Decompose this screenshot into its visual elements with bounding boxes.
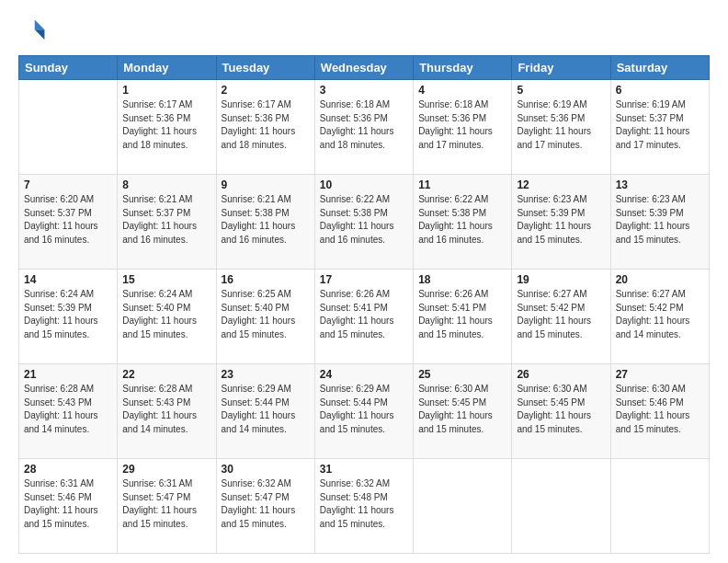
cell-details: Sunrise: 6:20 AM Sunset: 5:37 PM Dayligh…	[24, 193, 112, 247]
cell-details: Sunrise: 6:18 AM Sunset: 5:36 PM Dayligh…	[418, 98, 506, 152]
day-number: 27	[616, 368, 704, 381]
cell-details: Sunrise: 6:17 AM Sunset: 5:36 PM Dayligh…	[122, 98, 210, 152]
logo-icon	[18, 17, 48, 46]
day-number: 20	[616, 273, 704, 286]
cell-details: Sunrise: 6:30 AM Sunset: 5:45 PM Dayligh…	[517, 383, 605, 436]
calendar-cell: 4Sunrise: 6:18 AM Sunset: 5:36 PM Daylig…	[414, 80, 512, 175]
cell-details: Sunrise: 6:27 AM Sunset: 5:42 PM Dayligh…	[517, 288, 605, 341]
cell-details: Sunrise: 6:24 AM Sunset: 5:40 PM Dayligh…	[122, 288, 210, 341]
cell-details: Sunrise: 6:26 AM Sunset: 5:41 PM Dayligh…	[418, 288, 506, 341]
calendar-cell: 2Sunrise: 6:17 AM Sunset: 5:36 PM Daylig…	[216, 80, 314, 175]
calendar-week-1: 1Sunrise: 6:17 AM Sunset: 5:36 PM Daylig…	[19, 80, 710, 175]
day-number: 11	[418, 178, 506, 191]
calendar-cell: 27Sunrise: 6:30 AM Sunset: 5:46 PM Dayli…	[610, 364, 709, 459]
day-number: 10	[320, 178, 408, 191]
calendar-cell: 29Sunrise: 6:31 AM Sunset: 5:47 PM Dayli…	[118, 459, 216, 554]
day-number: 26	[517, 368, 605, 381]
calendar-cell	[610, 459, 709, 554]
cell-details: Sunrise: 6:22 AM Sunset: 5:38 PM Dayligh…	[320, 193, 408, 247]
cell-details: Sunrise: 6:29 AM Sunset: 5:44 PM Dayligh…	[320, 383, 408, 436]
day-number: 12	[517, 178, 605, 191]
calendar-cell: 6Sunrise: 6:19 AM Sunset: 5:37 PM Daylig…	[610, 80, 709, 175]
calendar-cell: 15Sunrise: 6:24 AM Sunset: 5:40 PM Dayli…	[118, 270, 216, 364]
cell-details: Sunrise: 6:30 AM Sunset: 5:45 PM Dayligh…	[418, 383, 506, 436]
header	[18, 17, 710, 46]
calendar-cell: 23Sunrise: 6:29 AM Sunset: 5:44 PM Dayli…	[216, 364, 314, 459]
day-number: 19	[517, 273, 605, 286]
calendar-cell: 28Sunrise: 6:31 AM Sunset: 5:46 PM Dayli…	[19, 459, 118, 554]
calendar-cell: 20Sunrise: 6:27 AM Sunset: 5:42 PM Dayli…	[610, 270, 709, 364]
day-number: 22	[122, 368, 210, 381]
calendar-cell: 24Sunrise: 6:29 AM Sunset: 5:44 PM Dayli…	[314, 364, 413, 459]
calendar-cell: 19Sunrise: 6:27 AM Sunset: 5:42 PM Dayli…	[512, 270, 610, 364]
calendar-week-4: 21Sunrise: 6:28 AM Sunset: 5:43 PM Dayli…	[19, 364, 710, 459]
day-number: 5	[517, 84, 605, 97]
calendar-cell: 3Sunrise: 6:18 AM Sunset: 5:36 PM Daylig…	[314, 80, 413, 175]
day-number: 2	[222, 84, 310, 97]
day-number: 6	[616, 84, 704, 97]
calendar-cell: 31Sunrise: 6:32 AM Sunset: 5:48 PM Dayli…	[314, 459, 413, 554]
cell-details: Sunrise: 6:24 AM Sunset: 5:39 PM Dayligh…	[24, 288, 112, 341]
calendar-cell: 5Sunrise: 6:19 AM Sunset: 5:36 PM Daylig…	[512, 80, 610, 175]
cell-details: Sunrise: 6:28 AM Sunset: 5:43 PM Dayligh…	[24, 383, 112, 436]
cell-details: Sunrise: 6:26 AM Sunset: 5:41 PM Dayligh…	[320, 288, 408, 341]
cell-details: Sunrise: 6:21 AM Sunset: 5:37 PM Dayligh…	[122, 193, 210, 247]
calendar-header: SundayMondayTuesdayWednesdayThursdayFrid…	[19, 56, 710, 80]
cell-details: Sunrise: 6:22 AM Sunset: 5:38 PM Dayligh…	[418, 193, 506, 247]
calendar-cell: 25Sunrise: 6:30 AM Sunset: 5:45 PM Dayli…	[414, 364, 512, 459]
calendar-cell	[19, 80, 118, 175]
calendar-cell	[414, 459, 512, 554]
calendar-cell: 11Sunrise: 6:22 AM Sunset: 5:38 PM Dayli…	[414, 175, 512, 270]
header-row: SundayMondayTuesdayWednesdayThursdayFrid…	[19, 56, 710, 80]
cell-details: Sunrise: 6:32 AM Sunset: 5:47 PM Dayligh…	[222, 477, 310, 531]
header-day-wednesday: Wednesday	[314, 56, 413, 80]
calendar-cell: 14Sunrise: 6:24 AM Sunset: 5:39 PM Dayli…	[19, 270, 118, 364]
cell-details: Sunrise: 6:32 AM Sunset: 5:48 PM Dayligh…	[320, 477, 408, 531]
calendar-cell: 13Sunrise: 6:23 AM Sunset: 5:39 PM Dayli…	[610, 175, 709, 270]
header-day-tuesday: Tuesday	[216, 56, 314, 80]
day-number: 13	[616, 178, 704, 191]
calendar-body: 1Sunrise: 6:17 AM Sunset: 5:36 PM Daylig…	[19, 80, 710, 554]
cell-details: Sunrise: 6:25 AM Sunset: 5:40 PM Dayligh…	[222, 288, 310, 341]
cell-details: Sunrise: 6:30 AM Sunset: 5:46 PM Dayligh…	[616, 383, 704, 436]
header-day-saturday: Saturday	[610, 56, 709, 80]
header-day-thursday: Thursday	[414, 56, 512, 80]
cell-details: Sunrise: 6:18 AM Sunset: 5:36 PM Dayligh…	[320, 98, 408, 152]
calendar-table: SundayMondayTuesdayWednesdayThursdayFrid…	[18, 55, 710, 554]
svg-marker-0	[35, 20, 45, 30]
day-number: 17	[320, 273, 408, 286]
cell-details: Sunrise: 6:27 AM Sunset: 5:42 PM Dayligh…	[616, 288, 704, 341]
calendar-cell: 7Sunrise: 6:20 AM Sunset: 5:37 PM Daylig…	[19, 175, 118, 270]
header-day-friday: Friday	[512, 56, 610, 80]
calendar-week-2: 7Sunrise: 6:20 AM Sunset: 5:37 PM Daylig…	[19, 175, 710, 270]
day-number: 31	[320, 463, 408, 476]
header-day-monday: Monday	[118, 56, 216, 80]
day-number: 7	[24, 178, 112, 191]
day-number: 4	[418, 84, 506, 97]
calendar-cell	[512, 459, 610, 554]
day-number: 3	[320, 84, 408, 97]
cell-details: Sunrise: 6:31 AM Sunset: 5:47 PM Dayligh…	[122, 477, 210, 531]
day-number: 28	[24, 463, 112, 476]
cell-details: Sunrise: 6:19 AM Sunset: 5:36 PM Dayligh…	[517, 98, 605, 152]
calendar-page: SundayMondayTuesdayWednesdayThursdayFrid…	[0, 0, 728, 563]
day-number: 24	[320, 368, 408, 381]
day-number: 25	[418, 368, 506, 381]
calendar-cell: 30Sunrise: 6:32 AM Sunset: 5:47 PM Dayli…	[216, 459, 314, 554]
day-number: 14	[24, 273, 112, 286]
cell-details: Sunrise: 6:19 AM Sunset: 5:37 PM Dayligh…	[616, 98, 704, 152]
header-day-sunday: Sunday	[19, 56, 118, 80]
day-number: 18	[418, 273, 506, 286]
calendar-cell: 17Sunrise: 6:26 AM Sunset: 5:41 PM Dayli…	[314, 270, 413, 364]
cell-details: Sunrise: 6:29 AM Sunset: 5:44 PM Dayligh…	[222, 383, 310, 436]
day-number: 30	[222, 463, 310, 476]
day-number: 23	[222, 368, 310, 381]
day-number: 29	[122, 463, 210, 476]
calendar-cell: 9Sunrise: 6:21 AM Sunset: 5:38 PM Daylig…	[216, 175, 314, 270]
cell-details: Sunrise: 6:28 AM Sunset: 5:43 PM Dayligh…	[122, 383, 210, 436]
svg-marker-1	[35, 29, 45, 40]
logo	[18, 17, 51, 46]
cell-details: Sunrise: 6:23 AM Sunset: 5:39 PM Dayligh…	[616, 193, 704, 247]
day-number: 21	[24, 368, 112, 381]
calendar-cell: 26Sunrise: 6:30 AM Sunset: 5:45 PM Dayli…	[512, 364, 610, 459]
